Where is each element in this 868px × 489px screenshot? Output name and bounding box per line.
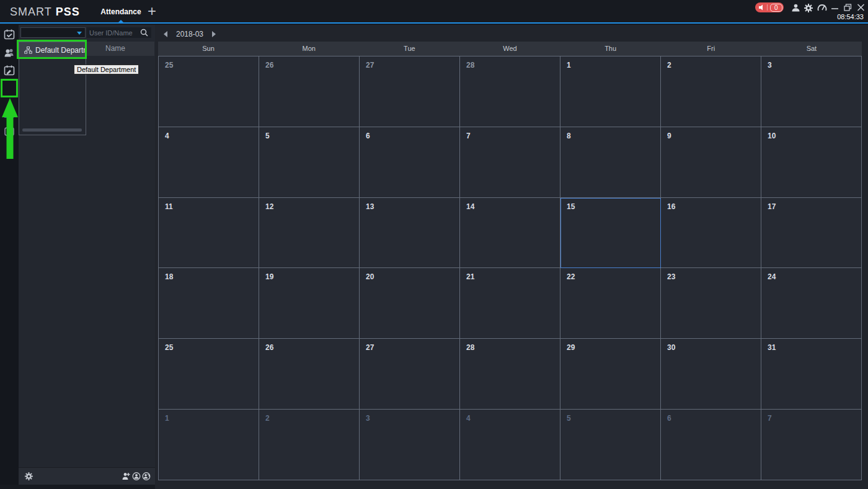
- date-number: 10: [768, 132, 776, 140]
- calendar-cell[interactable]: 12: [259, 198, 360, 269]
- calendar-week-row: 11121314151617: [159, 198, 862, 269]
- date-number: 6: [667, 414, 671, 423]
- calendar-cell[interactable]: 16: [661, 198, 761, 269]
- person-sync-icon[interactable]: [142, 472, 151, 480]
- calendar-cell[interactable]: 7: [761, 410, 862, 480]
- horizontal-scrollbar[interactable]: [22, 128, 82, 132]
- date-number: 4: [466, 414, 471, 423]
- department-select[interactable]: [20, 27, 86, 38]
- calendar-cell[interactable]: 19: [259, 268, 360, 339]
- calendar-cell[interactable]: 18: [159, 268, 259, 339]
- calendar-cell[interactable]: 5: [259, 127, 360, 198]
- calendar-cell[interactable]: 9: [661, 127, 761, 198]
- restore-button[interactable]: [844, 4, 852, 11]
- date-number: 3: [768, 61, 772, 70]
- date-number: 1: [567, 61, 571, 70]
- calendar-cell[interactable]: 29: [560, 339, 661, 410]
- day-header: Mon: [259, 42, 359, 56]
- alarm-badge[interactable]: 0: [755, 2, 784, 12]
- title-bar: SMART PSS Attendance + 0 08:54:33: [0, 0, 868, 24]
- alarm-count: 0: [770, 4, 782, 12]
- date-number: 13: [366, 202, 374, 211]
- calendar-cell[interactable]: 25: [159, 56, 259, 127]
- calendar-cell[interactable]: 25: [159, 339, 259, 410]
- calendar-cell[interactable]: 6: [661, 410, 761, 480]
- settings-gear-icon[interactable]: [804, 3, 813, 13]
- minimize-button[interactable]: [831, 4, 839, 11]
- app-logo: SMART PSS: [10, 6, 80, 19]
- calendar-cell[interactable]: 8: [560, 127, 661, 198]
- calendar-cell[interactable]: 22: [560, 268, 661, 339]
- date-number: 19: [265, 272, 273, 281]
- date-number: 31: [768, 343, 776, 352]
- date-number: 7: [768, 414, 772, 423]
- users-icon[interactable]: [2, 46, 16, 60]
- date-number: 29: [567, 343, 575, 352]
- calendar-cell[interactable]: 31: [761, 339, 862, 410]
- date-number: 7: [466, 132, 471, 140]
- calendar-cell[interactable]: 21: [460, 268, 560, 339]
- calendar-cell[interactable]: 10: [761, 127, 862, 198]
- date-number: 26: [265, 343, 273, 352]
- next-month-arrow-icon[interactable]: [212, 31, 216, 37]
- calendar-cell[interactable]: 7: [460, 127, 560, 198]
- date-number: 25: [165, 61, 173, 70]
- close-button[interactable]: [857, 4, 866, 11]
- date-number: 16: [667, 202, 675, 211]
- calendar-cell[interactable]: 30: [661, 339, 761, 410]
- calendar-cell[interactable]: 11: [159, 198, 259, 269]
- user-account-icon[interactable]: [791, 3, 801, 13]
- date-number: 8: [567, 132, 571, 140]
- calendar-cell[interactable]: 4: [159, 127, 259, 198]
- performance-gauge-icon[interactable]: [817, 3, 827, 13]
- calendar-week-row: 25262728123: [159, 56, 862, 127]
- user-search-input[interactable]: [87, 29, 140, 37]
- person-export-icon[interactable]: [132, 472, 141, 480]
- calendar-cell[interactable]: 1: [159, 410, 259, 480]
- date-number: 24: [768, 272, 776, 281]
- calendar-cell[interactable]: 3: [761, 56, 862, 127]
- calendar-cell[interactable]: 1: [560, 56, 661, 127]
- calendar-cell[interactable]: 26: [259, 339, 360, 410]
- date-number: 25: [165, 343, 173, 352]
- left-panel-toolbar: [19, 467, 155, 485]
- calendar-week-row: 18192021222324: [159, 268, 862, 339]
- calendar-cell[interactable]: 24: [761, 268, 862, 339]
- date-number: 26: [265, 61, 273, 70]
- calendar-cell[interactable]: 4: [460, 410, 560, 480]
- calendar-cell[interactable]: 17: [761, 198, 862, 269]
- calendar-week-row: 25262728293031: [159, 339, 862, 410]
- highlight-box-sidebar-icon: [1, 79, 18, 97]
- previous-month-arrow-icon[interactable]: [164, 31, 167, 37]
- add-person-icon[interactable]: [122, 472, 130, 480]
- tab-attendance[interactable]: Attendance: [99, 7, 143, 16]
- calendar-cell[interactable]: 3: [360, 410, 460, 480]
- calendar-cell[interactable]: 6: [360, 127, 460, 198]
- date-number: 28: [466, 61, 474, 70]
- calendar-cell[interactable]: 23: [661, 268, 761, 339]
- calendar-cell[interactable]: 26: [259, 56, 360, 127]
- calendar-cell[interactable]: 14: [460, 198, 560, 269]
- department-tooltip: Default Department: [74, 65, 139, 74]
- calendar-cell[interactable]: 20: [360, 268, 460, 339]
- day-header-row: SunMonTueWedThuFriSat: [158, 42, 862, 56]
- user-search-box: [87, 27, 151, 38]
- calendar-cell[interactable]: 13: [360, 198, 460, 269]
- date-number: 5: [265, 132, 270, 140]
- calendar-cell[interactable]: 28: [460, 339, 560, 410]
- calendar-cell[interactable]: 28: [460, 56, 560, 127]
- panel-settings-gear-icon[interactable]: [24, 472, 33, 481]
- calendar-cell[interactable]: 2: [661, 56, 761, 127]
- calendar-cell[interactable]: 5: [560, 410, 661, 480]
- calendar-cell-today[interactable]: 15: [560, 198, 661, 269]
- calendar-check-icon[interactable]: [2, 28, 16, 42]
- date-number: 14: [466, 202, 474, 211]
- search-icon[interactable]: [140, 29, 148, 37]
- day-header: Sun: [158, 42, 259, 56]
- date-number: 17: [768, 202, 776, 211]
- calendar-cell[interactable]: 27: [360, 56, 460, 127]
- calendar-cell[interactable]: 27: [360, 339, 460, 410]
- calendar-cell[interactable]: 2: [259, 410, 360, 480]
- new-tab-button[interactable]: +: [148, 2, 156, 20]
- calendar-edit-icon[interactable]: [2, 64, 16, 78]
